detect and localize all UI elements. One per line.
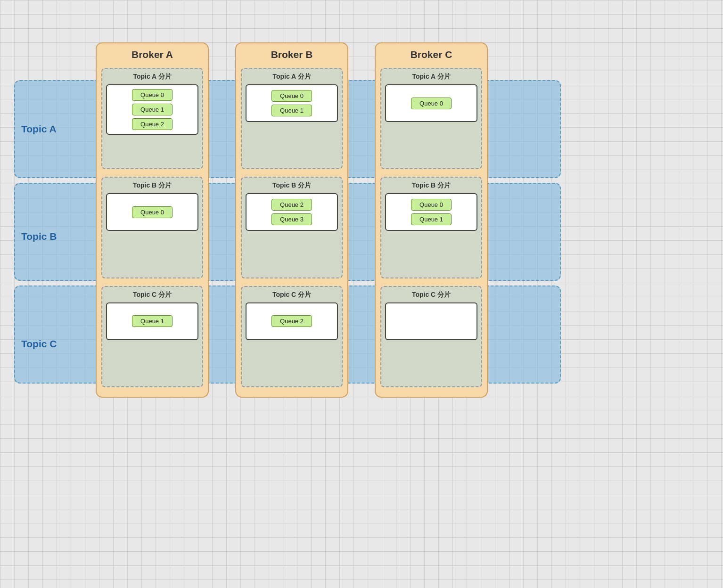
- broker-b-topic-a-shard-title: Topic A 分片: [246, 73, 338, 81]
- brokers-area: Broker A Topic A 分片 Queue 0 Queue 1 Queu…: [82, 42, 561, 398]
- broker-a-topic-b-shard: Topic B 分片 Queue 0: [101, 177, 203, 278]
- broker-b-topic-a-shard: Topic A 分片 Queue 0 Queue 1: [241, 68, 343, 169]
- broker-c-topic-c-queue-box: [385, 302, 477, 340]
- broker-a-topic-b-queue-box: Queue 0: [106, 193, 198, 231]
- broker-b-topic-b-shard: Topic B 分片 Queue 2 Queue 3: [241, 177, 343, 278]
- queue-item: Queue 3: [271, 213, 312, 225]
- content-layer: Topic A Topic B Topic C Broker A Topic A…: [14, 42, 561, 398]
- queue-item: Queue 0: [132, 206, 173, 218]
- diagram-container: Topic A Topic B Topic C Broker A Topic A…: [14, 42, 561, 398]
- broker-b-header: Broker B: [241, 49, 343, 60]
- broker-c-topic-a-shard: Topic A 分片 Queue 0: [380, 68, 482, 169]
- broker-a-topic-a-shard-title: Topic A 分片: [106, 73, 198, 81]
- queue-item: Queue 0: [411, 98, 452, 109]
- broker-b-topic-c-shard-title: Topic C 分片: [246, 291, 338, 299]
- broker-b-topic-c-queue-box: Queue 2: [246, 302, 338, 340]
- topic-labels-column: Topic A Topic B Topic C: [14, 42, 82, 398]
- queue-item: Queue 0: [132, 89, 173, 101]
- topic-a-label: Topic A: [14, 75, 82, 183]
- queue-item: Queue 1: [132, 104, 173, 115]
- queue-item: Queue 0: [271, 90, 312, 102]
- queue-item: Queue 1: [271, 105, 312, 116]
- queue-item: Queue 1: [132, 315, 173, 327]
- broker-a-topic-c-queue-box: Queue 1: [106, 302, 198, 340]
- broker-b-topic-b-shard-title: Topic B 分片: [246, 181, 338, 190]
- queue-item: Queue 0: [411, 199, 452, 211]
- broker-c-topic-a-queue-box: Queue 0: [385, 84, 477, 122]
- queue-item: Queue 1: [411, 213, 452, 225]
- broker-a-topic-c-shard-title: Topic C 分片: [106, 291, 198, 299]
- queue-item: Queue 2: [271, 315, 312, 327]
- queue-item: Queue 2: [132, 118, 173, 130]
- broker-c-column: Broker C Topic A 分片 Queue 0 Topic B 分片 Q…: [375, 42, 488, 398]
- broker-a-header: Broker A: [101, 49, 203, 60]
- queue-item: Queue 2: [271, 199, 312, 211]
- broker-b-topic-b-queue-box: Queue 2 Queue 3: [246, 193, 338, 231]
- broker-c-topic-b-shard-title: Topic B 分片: [385, 181, 477, 190]
- broker-c-topic-b-queue-box: Queue 0 Queue 1: [385, 193, 477, 231]
- broker-c-header: Broker C: [380, 49, 482, 60]
- broker-c-topic-c-shard: Topic C 分片: [380, 286, 482, 387]
- broker-a-topic-a-shard: Topic A 分片 Queue 0 Queue 1 Queue 2: [101, 68, 203, 169]
- broker-c-topic-c-shard-title: Topic C 分片: [385, 291, 477, 299]
- broker-b-topic-c-shard: Topic C 分片 Queue 2: [241, 286, 343, 387]
- broker-c-topic-b-shard: Topic B 分片 Queue 0 Queue 1: [380, 177, 482, 278]
- topic-c-label: Topic C: [14, 290, 82, 398]
- broker-a-topic-a-queue-box: Queue 0 Queue 1 Queue 2: [106, 84, 198, 135]
- broker-a-topic-b-shard-title: Topic B 分片: [106, 181, 198, 190]
- broker-a-topic-c-shard: Topic C 分片 Queue 1: [101, 286, 203, 387]
- broker-a-column: Broker A Topic A 分片 Queue 0 Queue 1 Queu…: [96, 42, 209, 398]
- broker-c-topic-a-shard-title: Topic A 分片: [385, 73, 477, 81]
- broker-b-topic-a-queue-box: Queue 0 Queue 1: [246, 84, 338, 122]
- topic-b-label: Topic B: [14, 183, 82, 290]
- broker-b-column: Broker B Topic A 分片 Queue 0 Queue 1 Topi…: [235, 42, 348, 398]
